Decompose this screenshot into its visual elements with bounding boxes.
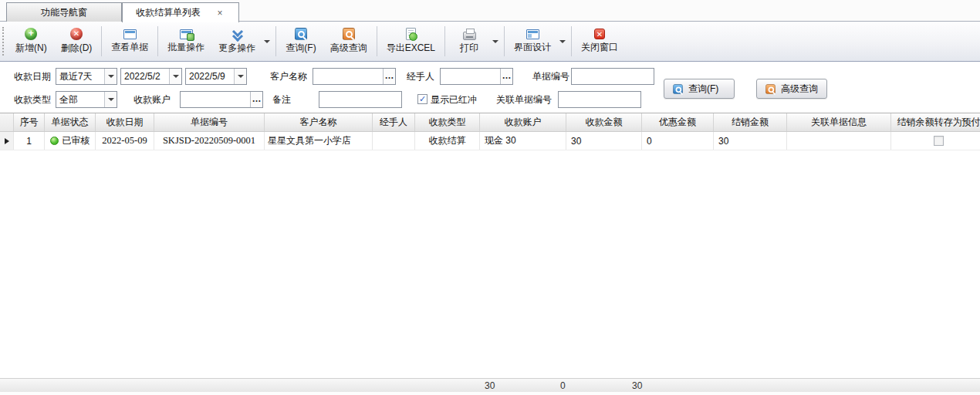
payment-type-select[interactable]: 全部	[56, 91, 117, 108]
payment-type-dropdown[interactable]	[104, 92, 117, 107]
payment-date-label: 收款日期	[14, 68, 51, 85]
header-cell-settle[interactable]: 结销金额	[714, 113, 787, 131]
toolbar: + 新增(N) ✕ 删除(D) 查看单据 批量操作 更多操作 查询(F)	[0, 22, 980, 62]
add-button-label: 新增(N)	[15, 42, 47, 55]
more-ops-button[interactable]: 更多操作	[213, 23, 261, 59]
transfer-checkbox[interactable]	[934, 136, 944, 146]
tab-payment-settlement-list[interactable]: 收款结算单列表 ×	[122, 2, 239, 22]
header-cell-discount[interactable]: 优惠金额	[642, 113, 714, 131]
ui-design-dropdown[interactable]	[558, 22, 567, 61]
export-excel-button-label: 导出EXCEL	[387, 42, 435, 55]
adv-query-filter-button-label: 高级查询	[781, 83, 818, 96]
header-cell-date[interactable]: 收款日期	[96, 113, 154, 131]
related-doc-input[interactable]	[559, 92, 640, 107]
toolbar-separator	[275, 26, 276, 56]
date-to-dropdown[interactable]	[234, 69, 246, 84]
date-range-value: 最近7天	[56, 69, 104, 84]
header-cell-status[interactable]: 单据状态	[45, 113, 96, 131]
query-button[interactable]: 查询(F)	[280, 23, 321, 59]
query-filter-button-label: 查询(F)	[688, 83, 718, 96]
adv-search-icon	[765, 84, 776, 94]
dropdown-arrow-icon	[264, 40, 270, 43]
close-window-icon: ✕	[594, 29, 605, 39]
handler-lookup-button[interactable]: …	[500, 69, 512, 84]
payment-account-label: 收款账户	[133, 91, 171, 108]
header-cell-docno[interactable]: 单据编号	[154, 113, 265, 131]
adv-query-filter-button[interactable]: 高级查询	[756, 79, 827, 99]
tab-function-nav[interactable]: 功能导航窗	[6, 2, 122, 22]
customer-name-input[interactable]	[313, 69, 383, 84]
view-doc-icon	[123, 29, 137, 39]
remark-input[interactable]	[319, 92, 401, 107]
print-button[interactable]: 打印	[449, 23, 489, 59]
search-icon	[673, 84, 683, 94]
date-from-select[interactable]: 2022/5/2	[120, 68, 182, 85]
header-cell-seq[interactable]: 序号	[14, 113, 45, 131]
doc-no-input[interactable]	[572, 69, 654, 84]
dropdown-arrow-icon	[173, 75, 179, 78]
customer-lookup-button[interactable]: …	[383, 69, 395, 84]
tab-payment-settlement-list-label: 收款结算单列表	[136, 6, 201, 19]
summary-discount: 0	[556, 379, 627, 392]
tab-bar: 功能导航窗 收款结算单列表 ×	[0, 0, 980, 22]
cell-amount: 30	[566, 132, 642, 150]
account-lookup-button[interactable]: …	[250, 92, 262, 107]
add-icon: +	[25, 28, 37, 40]
cell-settle: 30	[714, 132, 787, 150]
close-window-button-label: 关闭窗口	[581, 41, 618, 54]
close-window-button[interactable]: ✕ 关闭窗口	[576, 23, 623, 59]
more-ops-dropdown[interactable]	[262, 22, 272, 61]
tab-close-icon[interactable]: ×	[215, 8, 225, 19]
toolbar-separator	[504, 26, 505, 56]
add-button[interactable]: + 新增(N)	[10, 23, 52, 59]
ui-design-button[interactable]: 界面设计	[509, 23, 556, 59]
date-range-dropdown[interactable]	[104, 69, 117, 84]
batch-ops-button[interactable]: 批量操作	[162, 23, 210, 59]
doc-no-field	[571, 68, 654, 85]
table-row[interactable]: 1 已审核 2022-05-09 SKJSD-20220509-0001 星星文…	[0, 132, 980, 150]
header-cell-selector	[0, 113, 14, 131]
horizontal-scrollbar[interactable]	[0, 392, 980, 395]
view-doc-button[interactable]: 查看单据	[106, 23, 154, 59]
handler-input[interactable]	[441, 69, 500, 84]
adv-query-button-label: 高级查询	[330, 42, 367, 55]
payment-account-input[interactable]	[181, 92, 250, 107]
toolbar-grip-handle[interactable]	[2, 27, 7, 56]
status-approved-icon	[50, 137, 59, 145]
date-to-value: 2022/5/9	[186, 69, 234, 84]
toolbar-separator	[377, 26, 377, 56]
delete-button[interactable]: ✕ 删除(D)	[56, 23, 98, 59]
payment-type-value: 全部	[56, 92, 104, 107]
header-cell-handler[interactable]: 经手人	[373, 113, 415, 131]
header-cell-related[interactable]: 关联单据信息	[787, 113, 891, 131]
date-from-dropdown[interactable]	[169, 69, 181, 84]
query-filter-button[interactable]: 查询(F)	[664, 79, 735, 99]
app-window: 功能导航窗 收款结算单列表 × + 新增(N) ✕ 删除(D) 查看单据 批量操…	[0, 0, 980, 395]
handler-field: …	[440, 68, 513, 85]
header-cell-customer[interactable]: 客户名称	[265, 113, 373, 131]
export-excel-button[interactable]: 导出EXCEL	[381, 23, 441, 59]
dropdown-arrow-icon	[492, 40, 498, 43]
cell-status: 已审核	[45, 132, 96, 150]
print-dropdown[interactable]	[491, 22, 500, 61]
payment-type-label: 收款类型	[14, 91, 51, 108]
adv-query-button[interactable]: 高级查询	[325, 23, 373, 59]
remark-label: 备注	[272, 91, 291, 108]
more-ops-icon	[231, 28, 243, 40]
dropdown-arrow-icon	[559, 40, 566, 43]
cell-related	[787, 132, 891, 150]
date-to-select[interactable]: 2022/5/9	[185, 68, 247, 85]
printer-icon	[463, 32, 476, 40]
cell-customer: 星星文具第一小学店	[265, 132, 373, 150]
header-cell-amount[interactable]: 收款金额	[566, 113, 642, 131]
cell-discount: 0	[642, 132, 714, 150]
dropdown-arrow-icon	[238, 75, 244, 78]
header-cell-type[interactable]: 收款类型	[415, 113, 480, 131]
show-reversed-checkbox[interactable]: ✓	[417, 94, 427, 104]
date-range-select[interactable]: 最近7天	[56, 68, 117, 85]
toolbar-separator	[157, 26, 158, 56]
ui-design-icon	[526, 29, 539, 39]
header-cell-transfer[interactable]: 结销余额转存为预付	[891, 113, 980, 131]
header-cell-account[interactable]: 收款账户	[480, 113, 566, 131]
cell-account: 现金 30	[480, 132, 566, 150]
